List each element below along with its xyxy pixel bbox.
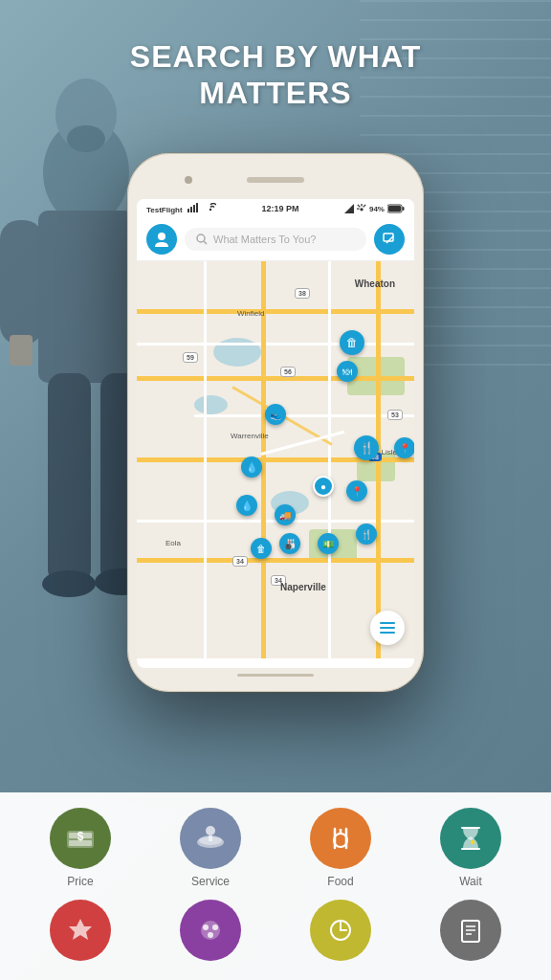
hamburger-icon xyxy=(380,622,395,634)
r2-1-icon-circle xyxy=(50,900,111,961)
label-wheaton: Wheaton xyxy=(355,278,395,289)
category-service[interactable]: Service xyxy=(172,808,249,888)
svg-rect-3 xyxy=(38,211,134,383)
phone-top-bar xyxy=(137,167,414,193)
road-v3 xyxy=(328,261,331,658)
home-indicator xyxy=(237,674,314,677)
pin-4[interactable]: 💧 xyxy=(241,457,262,478)
r2-4-icon-circle xyxy=(440,900,501,961)
category-row-1: $ Price Service xyxy=(0,808,551,888)
svg-point-18 xyxy=(360,208,363,211)
svg-point-10 xyxy=(42,570,96,597)
road-h5 xyxy=(194,414,414,417)
phone-camera xyxy=(185,176,192,184)
phone-device: TestFlight xyxy=(127,153,424,692)
svg-point-22 xyxy=(158,233,165,240)
status-indicators: 94% xyxy=(344,204,405,213)
r2-2-icon-circle xyxy=(180,900,241,961)
svg-point-33 xyxy=(206,826,215,835)
wait-icon-circle xyxy=(440,808,501,869)
wait-label: Wait xyxy=(459,875,482,888)
svg-point-23 xyxy=(197,234,205,242)
category-row-2 xyxy=(0,900,551,961)
svg-point-45 xyxy=(208,932,213,938)
pin-13[interactable]: 🍴 xyxy=(356,523,377,545)
svg-rect-15 xyxy=(196,203,198,212)
svg-marker-17 xyxy=(344,204,354,213)
user-avatar[interactable] xyxy=(146,224,177,255)
pin-8[interactable]: 🚚 xyxy=(275,504,296,525)
pin-9[interactable]: 📍 xyxy=(346,480,367,501)
pin-5[interactable]: 🍴 xyxy=(354,435,379,460)
water-2 xyxy=(194,395,228,414)
service-icon-circle xyxy=(180,808,241,869)
pin-selected[interactable]: ● xyxy=(313,476,334,497)
label-naperville: Naperville xyxy=(280,582,326,592)
svg-rect-49 xyxy=(462,921,479,942)
food-label: Food xyxy=(327,875,353,888)
status-carrier: TestFlight xyxy=(146,203,216,214)
r2-3-icon-circle xyxy=(310,900,371,961)
badge-34a: 34 xyxy=(232,556,248,567)
category-r2-4[interactable] xyxy=(432,900,509,961)
category-r2-1[interactable] xyxy=(42,900,119,961)
search-bar: What Matters To You? xyxy=(137,218,414,261)
phone-outer-frame: TestFlight xyxy=(127,153,424,692)
map-menu-button[interactable] xyxy=(370,611,405,645)
category-r2-3[interactable] xyxy=(302,900,379,961)
status-time: 12:19 PM xyxy=(262,204,299,213)
pin-11[interactable]: 🗑 xyxy=(251,538,272,559)
price-icon-circle: $ xyxy=(50,808,111,869)
svg-point-43 xyxy=(203,924,209,930)
road-h2 xyxy=(137,376,414,381)
svg-point-2 xyxy=(67,125,105,152)
pin-1[interactable]: 🍽 xyxy=(337,361,358,382)
svg-rect-4 xyxy=(0,220,43,345)
svg-rect-7 xyxy=(10,335,33,366)
svg-line-26 xyxy=(386,236,393,243)
svg-rect-34 xyxy=(209,835,212,841)
svg-rect-13 xyxy=(190,207,192,212)
bottom-category-bar: $ Price Service xyxy=(0,792,551,980)
svg-rect-21 xyxy=(388,206,401,212)
road-h3 xyxy=(137,343,414,345)
category-wait[interactable]: Wait xyxy=(432,808,509,888)
category-food[interactable]: Food xyxy=(302,808,379,888)
road-v2 xyxy=(261,261,266,658)
pin-2[interactable]: 🗑 xyxy=(340,330,364,355)
search-input[interactable]: What Matters To You? xyxy=(185,228,366,251)
svg-rect-39 xyxy=(461,827,480,829)
svg-rect-14 xyxy=(193,205,195,212)
phone-screen: TestFlight xyxy=(137,199,414,668)
road-v1 xyxy=(204,261,207,658)
svg-rect-20 xyxy=(402,207,404,211)
pin-6[interactable]: 📍 xyxy=(394,437,414,458)
pin-7[interactable]: 💧 xyxy=(236,495,257,516)
pin-3[interactable]: 👟 xyxy=(265,404,286,425)
food-icon-circle xyxy=(310,808,371,869)
svg-line-24 xyxy=(204,241,207,244)
label-eola: Eola xyxy=(165,539,181,547)
edit-button[interactable] xyxy=(374,224,405,255)
label-warrenville: Warrenville xyxy=(231,432,269,440)
price-label: Price xyxy=(67,875,93,888)
map-view[interactable]: 38 59 56 53 38 34 34 Wheaton Winfield Wa… xyxy=(137,261,414,658)
pin-10[interactable]: 🎳 xyxy=(279,533,300,554)
category-price[interactable]: $ Price xyxy=(42,808,119,888)
svg-point-16 xyxy=(209,209,211,211)
badge-38: 38 xyxy=(295,288,310,299)
svg-point-41 xyxy=(471,840,474,844)
svg-rect-12 xyxy=(187,209,189,212)
app-title: SEARCH BY WHAT MATTERS xyxy=(0,38,551,112)
status-bar: TestFlight xyxy=(137,199,414,218)
category-r2-2[interactable] xyxy=(172,900,249,961)
badge-59: 59 xyxy=(183,352,198,363)
svg-text:$: $ xyxy=(77,830,84,843)
road-h1 xyxy=(137,309,414,314)
pin-12[interactable]: 💵 xyxy=(318,533,339,554)
service-label: Service xyxy=(191,875,230,888)
badge-56: 56 xyxy=(280,367,296,377)
label-winfield: Winfield xyxy=(237,309,264,318)
svg-rect-40 xyxy=(461,848,480,850)
search-placeholder: What Matters To You? xyxy=(213,234,316,245)
